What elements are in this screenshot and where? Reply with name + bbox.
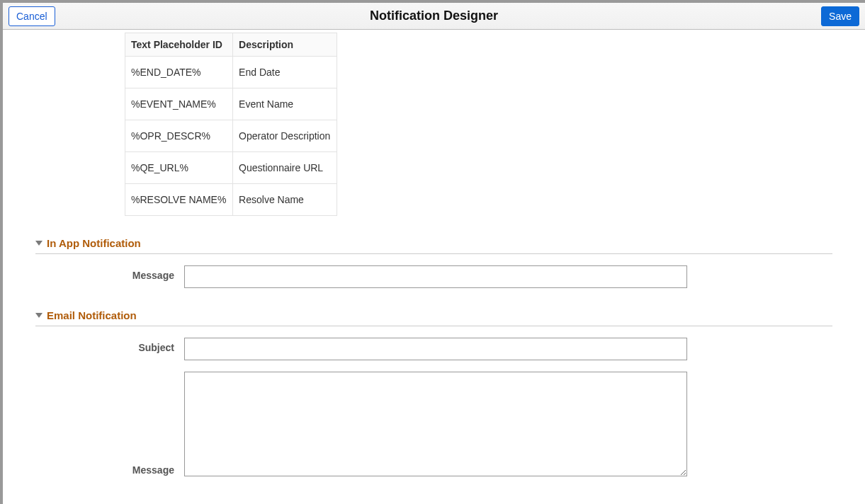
- content-inner: Text Placeholder ID Description %END_DAT…: [3, 33, 865, 479]
- ph-id: %OPR_DESCR%: [125, 120, 233, 152]
- ph-desc: Resolve Name: [233, 184, 337, 216]
- content-scroll-area[interactable]: Text Placeholder ID Description %END_DAT…: [3, 30, 865, 504]
- page-title: Notification Designer: [3, 8, 865, 23]
- ph-desc: End Date: [233, 57, 337, 88]
- save-button[interactable]: Save: [821, 6, 859, 26]
- section-toggle-in-app[interactable]: In App Notification: [35, 237, 832, 254]
- ph-desc: Event Name: [233, 88, 337, 120]
- table-header-row: Text Placeholder ID Description: [125, 33, 337, 57]
- label-in-app-message: Message: [35, 265, 184, 281]
- chevron-down-icon: [35, 313, 43, 318]
- ph-id: %END_DATE%: [125, 57, 233, 88]
- section-title-email: Email Notification: [47, 309, 137, 321]
- table-row: %QE_URL% Questionnaire URL: [125, 152, 337, 184]
- label-email-subject: Subject: [35, 338, 184, 353]
- row-in-app-message: Message: [35, 265, 832, 288]
- section-in-app-notification: In App Notification Message: [35, 237, 832, 288]
- ph-id: %QE_URL%: [125, 152, 233, 184]
- email-subject-input[interactable]: [184, 338, 687, 360]
- ph-desc: Operator Description: [233, 120, 337, 152]
- table-row: %EVENT_NAME% Event Name: [125, 88, 337, 120]
- cancel-button[interactable]: Cancel: [9, 6, 55, 26]
- ph-id: %RESOLVE NAME%: [125, 184, 233, 216]
- table-row: %END_DATE% End Date: [125, 57, 337, 88]
- notification-designer-window: Cancel Notification Designer Save Text P…: [3, 3, 865, 504]
- ph-id: %EVENT_NAME%: [125, 88, 233, 120]
- row-email-subject: Subject: [35, 338, 832, 360]
- placeholder-table: Text Placeholder ID Description %END_DAT…: [125, 33, 337, 216]
- section-title-in-app: In App Notification: [47, 237, 141, 249]
- table-row: %RESOLVE NAME% Resolve Name: [125, 184, 337, 216]
- col-header-id: Text Placeholder ID: [125, 33, 233, 57]
- header-bar: Cancel Notification Designer Save: [3, 3, 865, 30]
- section-email-notification: Email Notification Subject Message: [35, 309, 832, 479]
- chevron-down-icon: [35, 241, 43, 246]
- row-email-message: Message: [35, 372, 832, 479]
- ph-desc: Questionnaire URL: [233, 152, 337, 184]
- table-row: %OPR_DESCR% Operator Description: [125, 120, 337, 152]
- email-message-textarea[interactable]: [184, 372, 687, 476]
- label-email-message: Message: [35, 460, 184, 479]
- col-header-desc: Description: [233, 33, 337, 57]
- section-toggle-email[interactable]: Email Notification: [35, 309, 832, 326]
- in-app-message-input[interactable]: [184, 265, 687, 288]
